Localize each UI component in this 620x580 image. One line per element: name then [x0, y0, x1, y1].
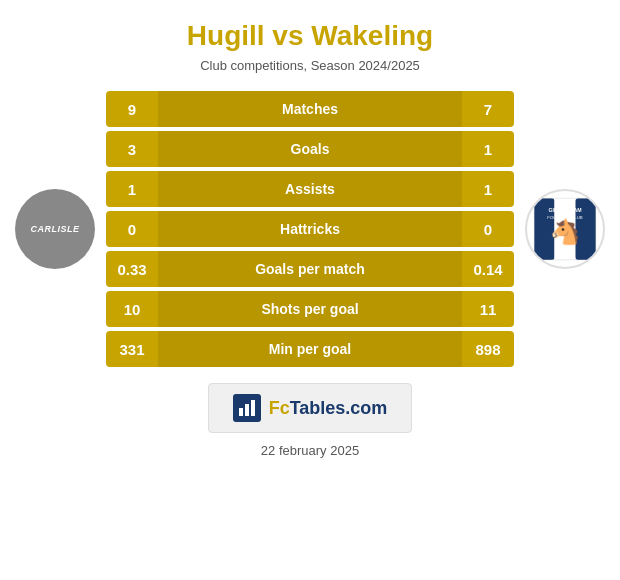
stat-value-right: 1: [462, 181, 514, 198]
stat-row: 3Goals1: [106, 131, 514, 167]
fctables-banner: FcTables.com: [208, 383, 413, 433]
svg-text:GILLINGHAM: GILLINGHAM: [548, 207, 582, 213]
fctables-text: FcTables.com: [269, 398, 388, 419]
carlisle-badge: CARLISLE: [15, 189, 95, 269]
page-title: Hugill vs Wakeling: [187, 20, 433, 52]
stat-row: 0.33Goals per match0.14: [106, 251, 514, 287]
logo-left: CARLISLE: [10, 189, 100, 269]
stat-value-right: 0: [462, 221, 514, 238]
svg-rect-9: [251, 400, 255, 416]
fctables-suffix: Tables.com: [290, 398, 388, 418]
fctables-prefix: Fc: [269, 398, 290, 418]
stat-value-right: 11: [462, 301, 514, 318]
stat-value-left: 3: [106, 141, 158, 158]
stat-row: 1Assists1: [106, 171, 514, 207]
logo-right: 🐴 GILLINGHAM FOOTBALL CLUB: [520, 189, 610, 269]
main-content: CARLISLE 9Matches73Goals11Assists10Hattr…: [10, 91, 610, 367]
stat-label: Matches: [158, 91, 462, 127]
stat-value-left: 0: [106, 221, 158, 238]
stat-value-left: 331: [106, 341, 158, 358]
chart-icon: [237, 398, 257, 418]
stat-value-left: 1: [106, 181, 158, 198]
stat-value-left: 0.33: [106, 261, 158, 278]
svg-rect-8: [245, 404, 249, 416]
stat-label: Goals: [158, 131, 462, 167]
svg-text:FOOTBALL CLUB: FOOTBALL CLUB: [547, 215, 583, 220]
stat-label: Assists: [158, 171, 462, 207]
stat-row: 0Hattricks0: [106, 211, 514, 247]
page-subtitle: Club competitions, Season 2024/2025: [200, 58, 420, 73]
gillingham-badge: 🐴 GILLINGHAM FOOTBALL CLUB: [525, 189, 605, 269]
stat-label: Hattricks: [158, 211, 462, 247]
carlisle-text: CARLISLE: [31, 224, 80, 234]
stat-value-right: 0.14: [462, 261, 514, 278]
stat-value-left: 9: [106, 101, 158, 118]
stat-value-right: 898: [462, 341, 514, 358]
stat-label: Goals per match: [158, 251, 462, 287]
footer-date: 22 february 2025: [261, 443, 359, 458]
stat-row: 331Min per goal898: [106, 331, 514, 367]
svg-text:🐴: 🐴: [550, 217, 581, 247]
stat-value-left: 10: [106, 301, 158, 318]
stat-value-right: 1: [462, 141, 514, 158]
stat-label: Min per goal: [158, 331, 462, 367]
stats-section: 9Matches73Goals11Assists10Hattricks00.33…: [106, 91, 514, 367]
page-container: Hugill vs Wakeling Club competitions, Se…: [0, 0, 620, 580]
stat-value-right: 7: [462, 101, 514, 118]
fctables-icon: [233, 394, 261, 422]
svg-rect-7: [239, 408, 243, 416]
gillingham-svg: 🐴 GILLINGHAM FOOTBALL CLUB: [530, 194, 600, 264]
stat-row: 10Shots per goal11: [106, 291, 514, 327]
stat-row: 9Matches7: [106, 91, 514, 127]
stat-label: Shots per goal: [158, 291, 462, 327]
